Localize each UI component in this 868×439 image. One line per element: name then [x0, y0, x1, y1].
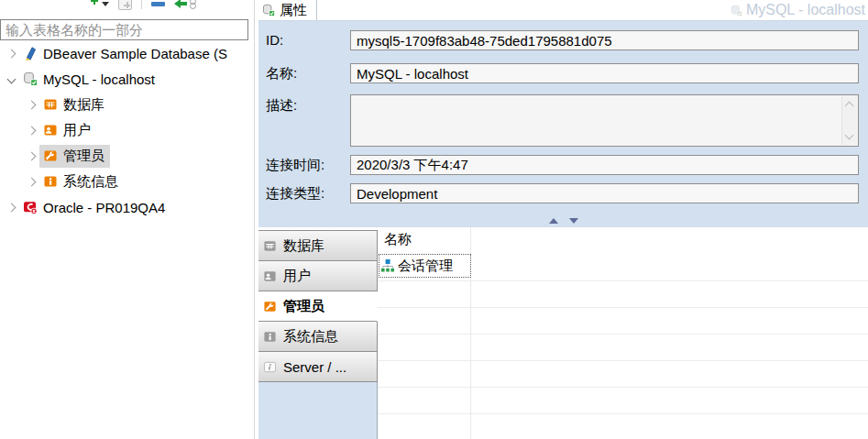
mysql-connection-icon	[731, 5, 742, 16]
database-tree: DBeaver Sample Database (S MySQL - local…	[0, 40, 254, 220]
tree-item-label: 用户	[63, 122, 91, 139]
chevron-right-icon[interactable]	[27, 126, 36, 135]
vtab-label: 管理员	[283, 298, 324, 315]
tree-item-system-info[interactable]: 系统信息	[0, 169, 254, 194]
scrollbar[interactable]	[841, 96, 857, 145]
server-info-icon	[263, 360, 277, 374]
vtab-label: 系统信息	[283, 328, 338, 346]
administer-folder-icon	[43, 148, 58, 163]
tree-item-label: 数据库	[63, 96, 104, 114]
tab-properties[interactable]: 属性	[258, 0, 317, 20]
tab-label: 属性	[280, 2, 307, 19]
window-connection-label: MySQL - localhost	[731, 0, 865, 20]
vtab-system-info[interactable]: 系统信息	[258, 322, 378, 352]
tree-item-users[interactable]: 用户	[0, 117, 254, 143]
connection-editor-panel: 属性 MySQL - localhost ID: mysql5-1709f83a…	[258, 0, 868, 439]
system-info-folder-icon	[43, 174, 58, 189]
tree-item-databases[interactable]: 数据库	[0, 92, 254, 117]
connect-time-label: 连接时间:	[266, 157, 324, 174]
link-with-editor-icon[interactable]	[190, 0, 196, 9]
oracle-connection-error-icon	[23, 200, 38, 214]
selected-tree-item[interactable]: 管理员	[39, 145, 110, 168]
vtab-administer-selected[interactable]: 管理员	[258, 291, 378, 322]
new-item-icon[interactable]	[118, 0, 132, 10]
tree-item-dbeaver-sample[interactable]: DBeaver Sample Database (S	[0, 40, 254, 66]
mysql-connection-icon	[262, 4, 275, 16]
name-label: 名称:	[266, 65, 297, 82]
vtab-server[interactable]: Server / ...	[258, 352, 378, 382]
sash-expand-down-icon[interactable]	[569, 218, 578, 224]
category-tab-filler	[258, 382, 378, 439]
scroll-up-icon[interactable]	[845, 102, 854, 111]
tree-item-mysql-localhost[interactable]: MySQL - localhost	[0, 66, 254, 92]
table-filter-input[interactable]	[0, 19, 248, 40]
editor-tabbar: 属性 MySQL - localhost	[258, 0, 868, 21]
vtab-users[interactable]: 用户	[258, 261, 378, 291]
properties-form: ID: mysql5-1709f83ab48-75ded1795881d075 …	[258, 21, 868, 214]
object-table: 名称 会话管理	[378, 227, 868, 439]
tree-item-label: 管理员	[63, 148, 104, 165]
horizontal-sash[interactable]	[258, 214, 868, 227]
scroll-down-icon[interactable]	[845, 131, 854, 140]
session-manager-icon	[380, 258, 395, 273]
tree-item-label: DBeaver Sample Database (S	[43, 46, 227, 61]
chevron-down-icon[interactable]	[6, 74, 16, 83]
table-gridlines	[378, 255, 868, 439]
vtab-databases[interactable]: 数据库	[258, 231, 378, 261]
sash-expand-up-icon[interactable]	[549, 218, 558, 224]
navigator-toolbar	[93, 0, 196, 12]
users-folder-icon	[43, 123, 58, 137]
users-gray-icon	[263, 269, 277, 283]
database-navigator-panel: DBeaver Sample Database (S MySQL - local…	[0, 0, 254, 439]
table-header-name[interactable]: 名称	[384, 231, 412, 248]
connect-time-field[interactable]: 2020/3/3 下午4:47	[350, 155, 859, 175]
category-tab-list: 数据库 用户 管理员	[258, 230, 378, 382]
databases-gray-icon	[263, 239, 277, 253]
description-label: 描述:	[266, 97, 297, 115]
vtab-label: 数据库	[283, 237, 324, 255]
chevron-right-icon[interactable]	[6, 49, 16, 58]
id-field[interactable]: mysql5-1709f83ab48-75ded1795881d075	[350, 30, 859, 50]
toolbar-separator	[141, 0, 142, 9]
window-label-text: MySQL - localhost	[746, 2, 865, 18]
description-field[interactable]	[350, 94, 859, 147]
id-value: mysql5-1709f83ab48-75ded1795881d075	[357, 33, 612, 49]
connect-time-value: 2020/3/3 下午4:47	[357, 157, 468, 174]
chevron-right-icon[interactable]	[27, 100, 36, 109]
id-label: ID:	[266, 32, 283, 48]
connect-type-field[interactable]: Development	[350, 183, 859, 203]
chevron-right-icon[interactable]	[6, 203, 16, 212]
tree-item-administer[interactable]: 管理员	[0, 143, 254, 169]
name-field[interactable]: MySQL - localhost	[350, 63, 859, 83]
databases-folder-icon	[43, 97, 58, 112]
object-browser-area: 数据库 用户 管理员	[258, 227, 868, 439]
collapse-all-icon[interactable]	[151, 2, 165, 6]
chevron-right-icon[interactable]	[27, 177, 36, 186]
back-arrow-icon[interactable]	[174, 0, 181, 8]
vtab-label: Server / ...	[283, 359, 346, 375]
system-info-gray-icon	[263, 330, 277, 344]
administer-folder-icon	[263, 300, 277, 313]
tree-item-label: Oracle - PR019QA4	[43, 200, 165, 215]
name-value: MySQL - localhost	[357, 66, 468, 82]
tree-item-label: MySQL - localhost	[43, 71, 155, 87]
table-cell-label: 会话管理	[398, 258, 453, 275]
mysql-connection-icon	[23, 71, 38, 86]
table-row-session-management[interactable]: 会话管理	[379, 254, 471, 278]
vtab-label: 用户	[283, 268, 311, 285]
tree-item-oracle[interactable]: Oracle - PR019QA4	[0, 194, 254, 220]
menu-caret-icon[interactable]	[102, 2, 109, 6]
connect-type-label: 连接类型:	[266, 185, 324, 203]
tree-item-label: 系统信息	[63, 173, 118, 191]
connect-type-value: Development	[357, 186, 437, 202]
dbeaver-sample-db-icon	[23, 46, 38, 60]
chevron-right-icon[interactable]	[27, 151, 36, 160]
